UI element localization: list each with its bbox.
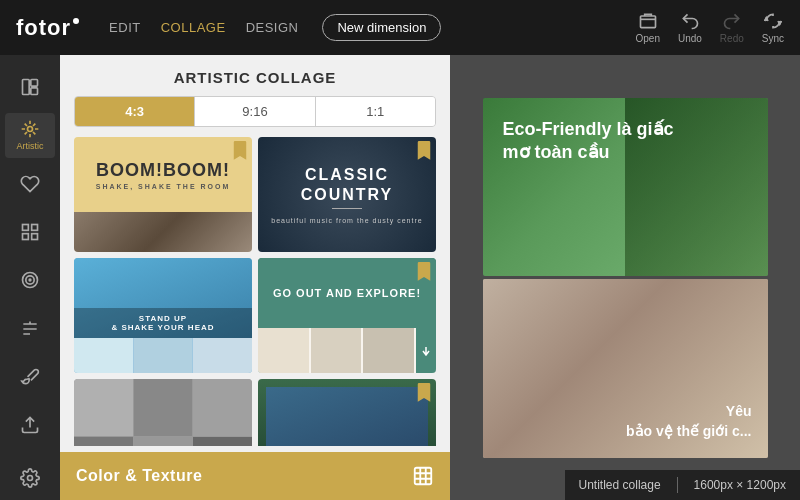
sidebar-item-grid[interactable] <box>5 210 55 254</box>
color-texture-icon <box>412 465 434 487</box>
classic-country-sub: beautiful music from the dusty centre <box>271 217 422 224</box>
undo-icon <box>680 11 700 31</box>
text-icon <box>20 319 40 339</box>
svg-rect-3 <box>31 88 38 95</box>
panel-title: ARTISTIC COLLAGE <box>60 55 450 96</box>
template-classic-country[interactable]: CLASSICCOUNTRY beautiful music from the … <box>258 137 436 252</box>
preview-bottom-image: Yêubảo vệ thế giới c... <box>483 279 768 458</box>
undo-action[interactable]: Undo <box>678 11 702 44</box>
sync-action[interactable]: Sync <box>762 11 784 44</box>
target-icon <box>20 270 40 290</box>
svg-point-13 <box>28 475 33 480</box>
sync-icon <box>763 11 783 31</box>
status-divider <box>677 477 678 493</box>
preview-top-image: Eco-Friendly là giấcmơ toàn cầu <box>483 98 768 277</box>
sidebar-item-heart[interactable] <box>5 162 55 206</box>
classic-country-title: CLASSICCOUNTRY <box>301 165 394 203</box>
nav-collage[interactable]: COLLAGE <box>161 20 226 35</box>
logo-text: fotor <box>16 15 71 41</box>
new-dimension-button[interactable]: New dimension <box>322 14 441 41</box>
sidebar-item-settings[interactable] <box>5 456 55 500</box>
template-boom[interactable]: BOOM!BOOM! SHAKE, SHAKE THE ROOM <box>74 137 252 252</box>
triangle-icon <box>421 345 431 357</box>
sidebar-item-brush[interactable] <box>5 355 55 399</box>
brush-icon <box>20 367 40 387</box>
standup-image: STAND UP& SHAKE YOUR HEAD <box>74 258 252 338</box>
nav-actions: Open Undo Redo Sync <box>635 11 784 44</box>
svg-rect-8 <box>32 234 38 240</box>
panel: ARTISTIC COLLAGE 4:3 9:16 1:1 BOOM!BOOM!… <box>60 55 450 500</box>
settings-icon <box>20 468 40 488</box>
filename: Untitled collage <box>579 478 661 492</box>
upload-icon <box>20 415 40 435</box>
goout-title: GO OUT AND EXPLORE! <box>258 258 436 328</box>
sidebar-item-layout[interactable] <box>5 65 55 109</box>
dimensions: 1600px × 1200px <box>694 478 786 492</box>
top-nav: fotor EDIT COLLAGE DESIGN New dimension … <box>0 0 800 55</box>
layout-icon <box>20 77 40 97</box>
redo-action[interactable]: Redo <box>720 11 744 44</box>
grid-icon <box>20 222 40 242</box>
nav-design[interactable]: DESIGN <box>246 20 299 35</box>
classic-country-divider <box>332 208 362 209</box>
preview-bottom-text: Yêubảo vệ thế giới c... <box>626 402 751 441</box>
heart-icon <box>20 174 40 194</box>
bookmark-icon <box>232 141 248 161</box>
svg-rect-6 <box>32 225 38 231</box>
open-action[interactable]: Open <box>635 11 659 44</box>
boom-image <box>74 212 252 252</box>
templates-grid: BOOM!BOOM! SHAKE, SHAKE THE ROOM CLASSIC… <box>60 137 450 446</box>
svg-point-4 <box>28 127 33 132</box>
logo-superscript <box>73 18 79 24</box>
svg-rect-5 <box>23 225 29 231</box>
logo[interactable]: fotor <box>16 15 79 41</box>
preview-top-text: Eco-Friendly là giấcmơ toàn cầu <box>503 118 674 165</box>
artistic-icon <box>20 119 40 139</box>
sidebar-item-artistic-label: Artistic <box>17 141 44 151</box>
svg-rect-1 <box>23 80 30 95</box>
color-texture-bar[interactable]: Color & Texture <box>60 452 450 500</box>
sidebar-item-upload[interactable] <box>5 403 55 447</box>
color-texture-label: Color & Texture <box>76 467 202 485</box>
template-goout[interactable]: GO OUT AND EXPLORE! <box>258 258 436 373</box>
sidebar-item-target[interactable] <box>5 258 55 302</box>
main-layout: Artistic <box>0 55 800 500</box>
bookmark-icon-4 <box>416 383 432 403</box>
ratio-tab-9-16[interactable]: 9:16 <box>195 97 315 126</box>
standup-text: STAND UP& SHAKE YOUR HEAD <box>74 308 252 338</box>
sidebar-item-text[interactable] <box>5 307 55 351</box>
standup-bottom <box>74 338 252 373</box>
icon-bar: Artistic <box>0 55 60 500</box>
template-weather[interactable]: THE WEATHER FUND forecast & updates <box>258 379 436 446</box>
ratio-tab-4-3[interactable]: 4:3 <box>75 97 195 126</box>
preview-area: Eco-Friendly là giấcmơ toàn cầu Yêubảo v… <box>450 55 800 500</box>
open-icon <box>638 11 658 31</box>
boom-title: BOOM!BOOM! SHAKE, SHAKE THE ROOM <box>74 137 252 212</box>
ratio-tabs: 4:3 9:16 1:1 <box>74 96 436 127</box>
template-bw-faces[interactable] <box>74 379 252 446</box>
svg-rect-0 <box>640 16 655 28</box>
svg-rect-14 <box>415 468 432 485</box>
preview-collage: Eco-Friendly là giấcmơ toàn cầu Yêubảo v… <box>483 98 768 458</box>
status-bar: Untitled collage 1600px × 1200px <box>565 470 800 500</box>
bookmark-icon-3 <box>416 262 432 282</box>
goout-images <box>258 328 436 373</box>
template-standup[interactable]: STAND UP& SHAKE YOUR HEAD <box>74 258 252 373</box>
svg-point-11 <box>29 280 31 282</box>
svg-rect-7 <box>23 234 29 240</box>
redo-icon <box>722 11 742 31</box>
bookmark-icon-2 <box>416 141 432 161</box>
svg-rect-2 <box>31 80 38 87</box>
nav-edit[interactable]: EDIT <box>109 20 141 35</box>
sidebar-item-artistic[interactable]: Artistic <box>5 113 55 157</box>
ratio-tab-1-1[interactable]: 1:1 <box>316 97 435 126</box>
